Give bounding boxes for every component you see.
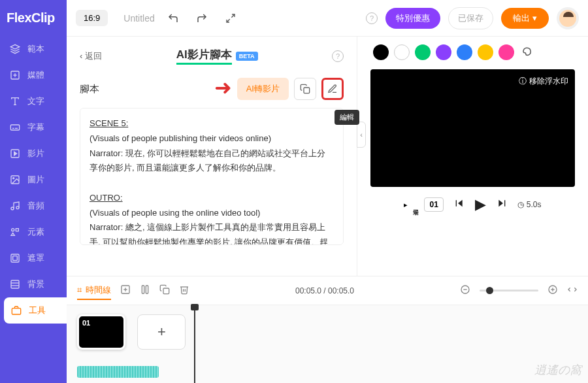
color-picker-button[interactable] bbox=[519, 44, 535, 60]
script-section-label: 腳本 bbox=[80, 83, 99, 95]
fullscreen-button[interactable] bbox=[220, 8, 241, 29]
chevron-down-icon: ▾ bbox=[532, 13, 537, 23]
special-offer-button[interactable]: 特別優惠 bbox=[385, 8, 440, 29]
svg-point-15 bbox=[12, 229, 14, 231]
text-icon bbox=[9, 95, 21, 107]
project-title[interactable]: Untitled bbox=[123, 13, 154, 24]
color-white[interactable] bbox=[394, 44, 410, 60]
sidebar-item-background[interactable]: 背景 bbox=[0, 271, 67, 297]
chevron-left-icon: ‹ bbox=[80, 51, 82, 61]
redo-button[interactable] bbox=[191, 8, 212, 29]
sidebar: FlexClip 範本 媒體 文字 字幕 影片 圖片 音頻 元素 遮罩 背景 工… bbox=[0, 0, 67, 383]
help-button[interactable]: ? bbox=[366, 12, 378, 24]
svg-point-13 bbox=[11, 207, 14, 210]
play-button[interactable]: ▶ bbox=[475, 196, 486, 213]
scene-indicator[interactable]: ▸場景01 bbox=[404, 197, 443, 212]
color-black[interactable] bbox=[373, 44, 389, 60]
svg-rect-20 bbox=[11, 280, 19, 288]
scene-narration: Narrator: 總之, 這個線上影片製作工具真的是非常實用且容易上手, 可以… bbox=[90, 220, 334, 245]
color-yellow[interactable] bbox=[478, 44, 493, 60]
svg-line-24 bbox=[231, 14, 235, 18]
svg-rect-18 bbox=[11, 254, 19, 262]
zoom-in-button[interactable] bbox=[547, 284, 558, 297]
sidebar-label: 文字 bbox=[27, 95, 44, 107]
svg-marker-17 bbox=[11, 233, 14, 235]
music-icon bbox=[9, 200, 21, 212]
clock-icon: ◷ bbox=[517, 200, 524, 209]
arrow-annotation: ➜ bbox=[214, 75, 232, 100]
clip-thumbnail[interactable]: 01 bbox=[77, 314, 125, 350]
color-blue[interactable] bbox=[457, 44, 472, 60]
plus-square-icon bbox=[9, 69, 21, 81]
duration-display[interactable]: ◷5.0s bbox=[517, 200, 542, 209]
sidebar-label: 範本 bbox=[27, 43, 44, 55]
sidebar-label: 元素 bbox=[27, 226, 44, 238]
delete-button[interactable] bbox=[179, 284, 189, 297]
timeline-tab[interactable]: ⌗時間線 bbox=[77, 284, 111, 300]
scene-narration: Narrator: 現在, 你可以輕輕鬆鬆地在自己的網站或社交平台上分享你的影片… bbox=[90, 146, 334, 176]
sidebar-item-element[interactable]: 元素 bbox=[0, 219, 67, 245]
duplicate-button[interactable] bbox=[159, 284, 170, 297]
script-textarea[interactable]: SCENE 5: (Visuals of people publishing t… bbox=[80, 108, 344, 245]
play-square-icon bbox=[9, 148, 21, 159]
aspect-ratio-button[interactable]: 16:9 bbox=[76, 10, 108, 26]
sidebar-item-image[interactable]: 圖片 bbox=[0, 167, 67, 193]
sidebar-label: 工具 bbox=[29, 305, 46, 316]
color-green[interactable] bbox=[415, 44, 431, 60]
undo-button[interactable] bbox=[163, 8, 184, 29]
svg-rect-23 bbox=[12, 308, 20, 314]
sidebar-item-subtitle[interactable]: 字幕 bbox=[0, 114, 67, 141]
timeline-track[interactable]: 01 + bbox=[67, 305, 588, 383]
color-pink[interactable] bbox=[498, 44, 514, 60]
add-clip-button[interactable]: + bbox=[137, 314, 186, 350]
ai-convert-button[interactable]: AI轉影片 bbox=[237, 78, 289, 100]
zoom-slider[interactable] bbox=[480, 290, 538, 291]
sidebar-item-media[interactable]: 媒體 bbox=[0, 62, 67, 88]
sidebar-item-text[interactable]: 文字 bbox=[0, 88, 67, 114]
playhead[interactable] bbox=[194, 305, 195, 383]
fit-button[interactable] bbox=[567, 284, 578, 297]
clip-number: 01 bbox=[82, 319, 90, 327]
beta-badge: BETA bbox=[236, 52, 258, 61]
svg-rect-35 bbox=[146, 286, 148, 293]
user-avatar[interactable] bbox=[557, 7, 579, 29]
sidebar-item-mask[interactable]: 遮罩 bbox=[0, 245, 67, 271]
layers-icon bbox=[9, 43, 21, 55]
svg-marker-27 bbox=[458, 200, 463, 207]
export-button[interactable]: 輸出▾ bbox=[501, 8, 549, 29]
add-button[interactable] bbox=[120, 284, 131, 297]
brand-logo: FlexClip bbox=[0, 3, 67, 36]
toolbox-icon bbox=[10, 305, 22, 316]
info-icon: ⓘ bbox=[519, 76, 527, 87]
svg-marker-10 bbox=[14, 152, 17, 155]
split-button[interactable] bbox=[140, 284, 150, 297]
sidebar-item-template[interactable]: 範本 bbox=[0, 36, 67, 62]
edit-button[interactable] bbox=[321, 78, 344, 100]
remove-watermark-button[interactable]: ⓘ移除浮水印 bbox=[519, 76, 568, 87]
sidebar-item-tools[interactable]: 工具 bbox=[4, 297, 67, 324]
prev-button[interactable] bbox=[454, 198, 465, 211]
sidebar-label: 遮罩 bbox=[27, 252, 44, 264]
next-button[interactable] bbox=[497, 198, 507, 211]
svg-line-25 bbox=[227, 19, 230, 22]
collapse-panel-button[interactable]: ‹ bbox=[357, 122, 366, 148]
color-purple[interactable] bbox=[436, 44, 451, 60]
panel-help-button[interactable]: ? bbox=[332, 50, 344, 62]
sidebar-label: 背景 bbox=[27, 278, 44, 290]
subtitle-icon bbox=[9, 122, 21, 133]
mask-icon bbox=[9, 252, 21, 264]
playback-controls: ▸場景01 ▶ ◷5.0s bbox=[367, 196, 579, 213]
sidebar-label: 音頻 bbox=[27, 200, 44, 212]
sidebar-item-audio[interactable]: 音頻 bbox=[0, 193, 67, 219]
sidebar-label: 影片 bbox=[27, 148, 44, 159]
svg-rect-6 bbox=[10, 125, 19, 130]
sidebar-item-video[interactable]: 影片 bbox=[0, 141, 67, 167]
svg-marker-29 bbox=[498, 200, 503, 207]
copy-button[interactable] bbox=[294, 78, 316, 100]
zoom-out-button[interactable] bbox=[460, 284, 470, 297]
video-preview[interactable]: ⓘ移除浮水印 bbox=[370, 69, 575, 187]
topbar: 16:9 Untitled ? 特別優惠 已保存 輸出▾ bbox=[67, 0, 588, 37]
audio-track[interactable] bbox=[77, 366, 159, 378]
scene-visual: (Visuals of people publishing their vide… bbox=[90, 131, 334, 146]
back-button[interactable]: ‹返回 bbox=[80, 50, 102, 62]
